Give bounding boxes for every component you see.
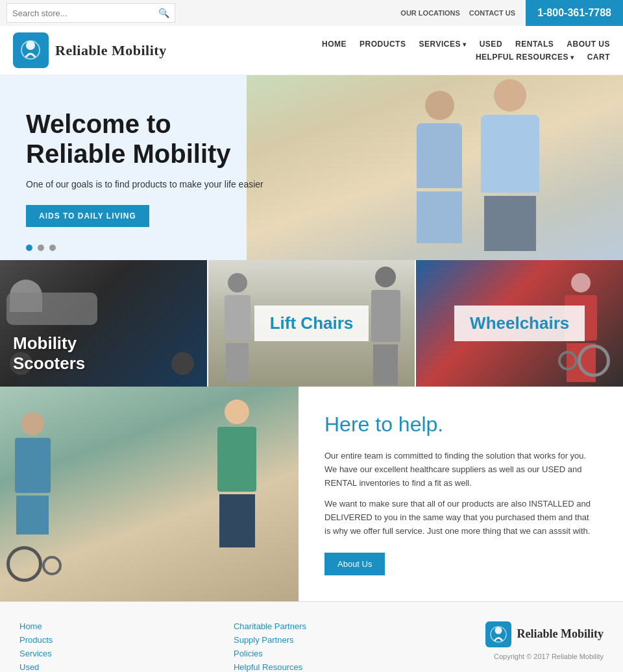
cat-scooters-label: Mobility Scooters	[13, 333, 85, 374]
nav-home[interactable]: HOME	[322, 40, 347, 49]
hero-content: Welcome to Reliable Mobility One of our …	[0, 83, 289, 253]
footer-used[interactable]: Used	[19, 662, 54, 672]
hero-background-image	[247, 75, 623, 260]
logo-text: Reliable Mobility	[55, 42, 167, 59]
hero-dots	[26, 245, 56, 251]
footer-copyright: Copyright © 2017 Reliable Mobility	[494, 653, 604, 660]
help-section: Here to help. Our entire team is committ…	[0, 387, 623, 601]
helper-scene-image	[0, 387, 299, 601]
our-locations-link[interactable]: OUR LOCATIONS	[400, 9, 459, 17]
help-content: Here to help. Our entire team is committ…	[299, 387, 623, 601]
hero-title: Welcome to Reliable Mobility	[26, 109, 263, 169]
footer-helpful[interactable]: Helpful Resources	[234, 662, 306, 672]
footer-home[interactable]: Home	[19, 621, 54, 631]
nav-bottom-row: HELPFUL RESOURCES CART	[476, 53, 610, 62]
header: Reliable Mobility HOME PRODUCTS SERVICES…	[0, 26, 623, 75]
help-image	[0, 387, 299, 601]
footer-logo-icon	[485, 621, 511, 647]
footer-products[interactable]: Products	[19, 635, 54, 645]
logo-icon	[13, 32, 49, 68]
footer-col-2: Charitable Partners Supply Partners Poli…	[234, 621, 306, 672]
top-bar-links: OUR LOCATIONS CONTACT US	[400, 9, 515, 17]
footer-supply[interactable]: Supply Partners	[234, 635, 306, 645]
help-para2: We want to make sure that all of our pro…	[324, 498, 597, 538]
footer-logo-text: Reliable Mobility	[517, 627, 604, 641]
nav-services[interactable]: SERVICES	[419, 40, 466, 49]
cat-lift-chairs-overlay: Lift Chairs	[208, 260, 415, 387]
hero-section: Welcome to Reliable Mobility One of our …	[0, 75, 623, 260]
cat-lift-chairs-label: Lift Chairs	[270, 313, 354, 333]
logo[interactable]: Reliable Mobility	[13, 32, 167, 68]
cat-wheelchairs-box: Wheelchairs	[454, 306, 585, 341]
help-title: Here to help.	[324, 413, 597, 437]
nav-helpful[interactable]: HELPFUL RESOURCES	[476, 53, 574, 62]
contact-us-toplink[interactable]: CONTACT US	[469, 9, 515, 17]
cat-wheelchairs[interactable]: Wheelchairs	[416, 260, 623, 387]
hero-dot-1[interactable]	[26, 245, 32, 251]
top-bar-right: OUR LOCATIONS CONTACT US 1-800-361-7788	[400, 0, 623, 26]
nav-cart[interactable]: CART	[587, 53, 610, 62]
nav-about[interactable]: ABOUT US	[567, 40, 610, 49]
cat-scooters[interactable]: Mobility Scooters	[0, 260, 208, 387]
footer-logo: Reliable Mobility	[485, 621, 604, 647]
search-button[interactable]: 🔍	[153, 8, 175, 18]
search-icon: 🔍	[158, 8, 169, 18]
cat-lift-chairs-box: Lift Chairs	[254, 306, 369, 341]
category-grid: Mobility Scooters Lift Chairs	[0, 260, 623, 387]
nav-rentals[interactable]: RENTALS	[515, 40, 554, 49]
svg-point-0	[26, 41, 35, 50]
cat-wheelchairs-label: Wheelchairs	[470, 313, 569, 333]
hero-subtitle: One of our goals is to find products to …	[26, 179, 263, 189]
hero-dot-2[interactable]	[38, 245, 44, 251]
about-us-button[interactable]: About Us	[324, 553, 385, 575]
footer-charitable[interactable]: Charitable Partners	[234, 621, 306, 631]
nav-top-row: HOME PRODUCTS SERVICES USED RENTALS ABOU…	[322, 40, 610, 49]
top-bar: 🔍 OUR LOCATIONS CONTACT US 1-800-361-778…	[0, 0, 623, 26]
footer-services[interactable]: Services	[19, 649, 54, 658]
svg-point-2	[495, 627, 502, 634]
cat-lift-chairs[interactable]: Lift Chairs	[208, 260, 417, 387]
nav-products[interactable]: PRODUCTS	[360, 40, 406, 49]
cat-wheelchairs-overlay: Wheelchairs	[416, 260, 623, 387]
footer-col-1: Home Products Services Used Rentals Abou…	[19, 621, 54, 672]
footer: Home Products Services Used Rentals Abou…	[0, 601, 623, 672]
search-input[interactable]	[7, 8, 153, 18]
footer-policies[interactable]: Policies	[234, 649, 306, 658]
footer-brand: Reliable Mobility Copyright © 2017 Relia…	[485, 621, 604, 660]
hero-dot-3[interactable]	[49, 245, 56, 251]
nav-used[interactable]: USED	[480, 40, 502, 49]
phone-button[interactable]: 1-800-361-7788	[526, 0, 623, 26]
hero-cta-button[interactable]: AIDS TO DAILY LIVING	[26, 205, 149, 227]
help-para1: Our entire team is committed to finding …	[324, 450, 597, 490]
main-nav: HOME PRODUCTS SERVICES USED RENTALS ABOU…	[322, 40, 610, 62]
search-form[interactable]: 🔍	[6, 3, 175, 23]
